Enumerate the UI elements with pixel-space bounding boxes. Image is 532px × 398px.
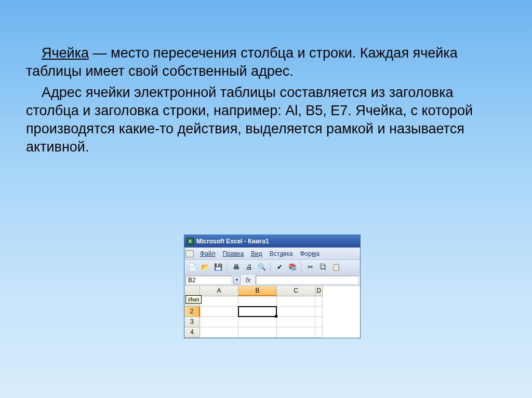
row-header-3[interactable]: 3 bbox=[184, 317, 200, 327]
col-header-A[interactable]: A bbox=[200, 286, 238, 296]
menu-file[interactable]: Файл bbox=[197, 249, 219, 258]
slide-text-area: Ячейка — место пересечения столбца и стр… bbox=[0, 0, 532, 157]
print-icon[interactable]: 🖨 bbox=[243, 262, 255, 273]
formula-input[interactable] bbox=[256, 276, 359, 285]
name-box[interactable]: B2 bbox=[185, 276, 232, 285]
excel-app-icon: X bbox=[187, 238, 194, 245]
col-header-D[interactable]: D bbox=[315, 286, 323, 296]
copy-icon[interactable]: ⿻ bbox=[317, 262, 329, 273]
workbook-icon bbox=[185, 250, 194, 257]
cell-A1[interactable] bbox=[200, 296, 238, 307]
fx-label[interactable]: fx bbox=[241, 277, 256, 284]
open-icon[interactable]: 📂 bbox=[200, 262, 211, 273]
paragraph-1: Ячейка — место пересечения столбца и стр… bbox=[26, 44, 506, 80]
toolbar: 📄 📂 💾 🖶 🖨 🔍 ✔ 📚 ✂ ⿻ 📋 bbox=[184, 260, 360, 275]
term-cell: Ячейка bbox=[42, 45, 89, 61]
cell-C1[interactable] bbox=[277, 296, 315, 307]
cell-D3[interactable] bbox=[315, 317, 323, 327]
menubar: Файл Правка Вид Вставка Форма bbox=[184, 248, 360, 260]
cell-B3[interactable] bbox=[238, 317, 277, 327]
cell-A2[interactable] bbox=[200, 307, 238, 317]
p1-rest: — место пересечения столбца и строки. Ка… bbox=[26, 45, 458, 79]
titlebar: X Microsoft Excel - Книга1 bbox=[184, 235, 360, 248]
select-all-corner[interactable]: Имя bbox=[184, 286, 200, 296]
cell-D4[interactable] bbox=[315, 327, 323, 338]
row-4: 4 bbox=[184, 327, 360, 338]
cell-A4[interactable] bbox=[200, 327, 238, 338]
row-header-4[interactable]: 4 bbox=[184, 327, 200, 338]
cell-C4[interactable] bbox=[277, 327, 315, 338]
name-box-dropdown-icon[interactable]: ▼ bbox=[233, 276, 241, 285]
row-1: 1 bbox=[184, 296, 360, 307]
row-header-2[interactable]: 2 bbox=[184, 307, 200, 317]
grid-area: Имя A B C D 1 2 3 bbox=[184, 286, 360, 338]
paragraph-2: Адрес ячейки электронной таблицы составл… bbox=[26, 84, 506, 156]
formula-bar: B2 ▼ fx bbox=[184, 275, 360, 286]
column-headers: Имя A B C D bbox=[184, 286, 360, 296]
save-icon[interactable]: 💾 bbox=[212, 262, 224, 273]
paste-icon[interactable]: 📋 bbox=[330, 262, 342, 273]
preview-icon[interactable]: 🔍 bbox=[256, 262, 268, 273]
fill-handle[interactable] bbox=[275, 315, 277, 318]
excel-window: X Microsoft Excel - Книга1 Файл Правка В… bbox=[184, 235, 361, 338]
cell-D2[interactable] bbox=[315, 307, 323, 317]
cell-C2[interactable] bbox=[277, 307, 315, 317]
cell-D1[interactable] bbox=[315, 296, 323, 307]
cell-C3[interactable] bbox=[277, 317, 315, 327]
spell-icon[interactable]: ✔ bbox=[274, 262, 285, 273]
separator bbox=[227, 262, 228, 272]
cut-icon[interactable]: ✂ bbox=[304, 262, 316, 273]
new-icon[interactable]: 📄 bbox=[187, 262, 198, 273]
permission-icon[interactable]: 🖶 bbox=[230, 262, 242, 273]
row-3: 3 bbox=[184, 317, 360, 327]
cell-B2-active[interactable] bbox=[238, 306, 277, 317]
name-tooltip: Имя bbox=[185, 295, 202, 304]
menu-insert[interactable]: Вставка bbox=[267, 249, 296, 258]
menu-format[interactable]: Форма bbox=[297, 249, 322, 258]
col-header-B[interactable]: B bbox=[238, 286, 277, 296]
research-icon[interactable]: 📚 bbox=[287, 262, 298, 273]
window-title: Microsoft Excel - Книга1 bbox=[196, 238, 269, 245]
menu-view[interactable]: Вид bbox=[248, 249, 265, 258]
row-2: 2 bbox=[184, 307, 360, 317]
cell-B4[interactable] bbox=[238, 327, 277, 338]
separator bbox=[270, 262, 271, 272]
menu-edit[interactable]: Правка bbox=[220, 249, 247, 258]
col-header-C[interactable]: C bbox=[277, 286, 315, 296]
separator bbox=[301, 262, 302, 272]
cell-A3[interactable] bbox=[200, 317, 238, 327]
cell-B1[interactable] bbox=[238, 296, 277, 307]
